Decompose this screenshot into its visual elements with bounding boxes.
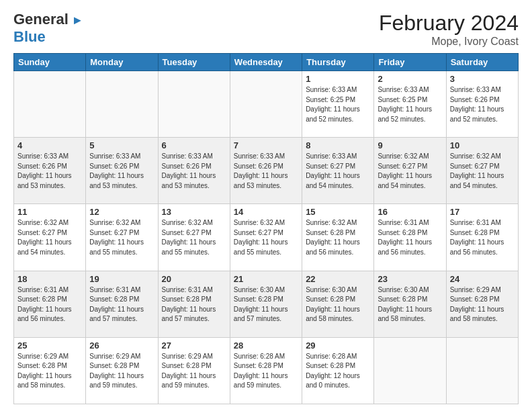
- header: General ► Blue February 2024 Mope, Ivory…: [13, 11, 519, 48]
- day-info: Sunrise: 6:29 AM Sunset: 6:28 PM Dayligh…: [89, 352, 154, 391]
- calendar-week-row: 4Sunrise: 6:33 AM Sunset: 6:26 PM Daylig…: [14, 138, 519, 204]
- table-row: 7Sunrise: 6:33 AM Sunset: 6:26 PM Daylig…: [230, 138, 302, 204]
- day-number: 23: [378, 274, 442, 284]
- day-info: Sunrise: 6:32 AM Sunset: 6:27 PM Dayligh…: [378, 152, 442, 191]
- table-row: 18Sunrise: 6:31 AM Sunset: 6:28 PM Dayli…: [14, 271, 86, 337]
- calendar-week-row: 11Sunrise: 6:32 AM Sunset: 6:27 PM Dayli…: [14, 204, 519, 271]
- table-row: [158, 71, 230, 138]
- logo-general: General: [13, 11, 69, 28]
- logo-bird-icon: ►: [71, 13, 83, 27]
- table-row: [446, 337, 518, 404]
- calendar-week-row: 1Sunrise: 6:33 AM Sunset: 6:25 PM Daylig…: [14, 71, 519, 138]
- day-info: Sunrise: 6:33 AM Sunset: 6:26 PM Dayligh…: [450, 85, 515, 124]
- calendar-table: Sunday Monday Tuesday Wednesday Thursday…: [13, 53, 519, 404]
- table-row: 20Sunrise: 6:31 AM Sunset: 6:28 PM Dayli…: [158, 271, 230, 337]
- table-row: 26Sunrise: 6:29 AM Sunset: 6:28 PM Dayli…: [86, 337, 158, 404]
- calendar-week-row: 25Sunrise: 6:29 AM Sunset: 6:28 PM Dayli…: [14, 337, 519, 404]
- day-info: Sunrise: 6:32 AM Sunset: 6:27 PM Dayligh…: [17, 218, 82, 257]
- day-number: 17: [450, 207, 515, 217]
- day-info: Sunrise: 6:30 AM Sunset: 6:28 PM Dayligh…: [234, 285, 298, 324]
- calendar-header-row: Sunday Monday Tuesday Wednesday Thursday…: [14, 54, 519, 71]
- title-section: February 2024 Mope, Ivory Coast: [379, 11, 519, 48]
- table-row: 24Sunrise: 6:29 AM Sunset: 6:28 PM Dayli…: [446, 271, 518, 337]
- day-number: 26: [89, 340, 154, 351]
- table-row: 27Sunrise: 6:29 AM Sunset: 6:28 PM Dayli…: [158, 337, 230, 404]
- table-row: 14Sunrise: 6:32 AM Sunset: 6:27 PM Dayli…: [230, 204, 302, 271]
- day-info: Sunrise: 6:28 AM Sunset: 6:28 PM Dayligh…: [306, 352, 370, 391]
- day-number: 27: [162, 340, 226, 351]
- table-row: [374, 337, 446, 404]
- day-info: Sunrise: 6:28 AM Sunset: 6:28 PM Dayligh…: [234, 352, 298, 391]
- day-number: 20: [162, 274, 226, 284]
- day-number: 7: [234, 140, 298, 150]
- day-info: Sunrise: 6:29 AM Sunset: 6:28 PM Dayligh…: [162, 352, 226, 391]
- table-row: 16Sunrise: 6:31 AM Sunset: 6:28 PM Dayli…: [374, 204, 446, 271]
- table-row: 10Sunrise: 6:32 AM Sunset: 6:27 PM Dayli…: [446, 138, 518, 204]
- day-info: Sunrise: 6:31 AM Sunset: 6:28 PM Dayligh…: [162, 285, 226, 324]
- day-number: 24: [450, 274, 515, 284]
- day-info: Sunrise: 6:32 AM Sunset: 6:27 PM Dayligh…: [450, 152, 515, 191]
- header-tuesday: Tuesday: [158, 54, 230, 71]
- table-row: 2Sunrise: 6:33 AM Sunset: 6:25 PM Daylig…: [374, 71, 446, 138]
- day-info: Sunrise: 6:31 AM Sunset: 6:28 PM Dayligh…: [450, 218, 515, 257]
- day-info: Sunrise: 6:31 AM Sunset: 6:28 PM Dayligh…: [17, 285, 82, 324]
- logo-blue: Blue: [13, 28, 46, 45]
- table-row: 11Sunrise: 6:32 AM Sunset: 6:27 PM Dayli…: [14, 204, 86, 271]
- day-number: 15: [306, 207, 370, 217]
- header-wednesday: Wednesday: [230, 54, 302, 71]
- day-info: Sunrise: 6:33 AM Sunset: 6:26 PM Dayligh…: [162, 152, 226, 191]
- table-row: 25Sunrise: 6:29 AM Sunset: 6:28 PM Dayli…: [14, 337, 86, 404]
- table-row: 8Sunrise: 6:33 AM Sunset: 6:27 PM Daylig…: [302, 138, 374, 204]
- day-info: Sunrise: 6:29 AM Sunset: 6:28 PM Dayligh…: [450, 285, 515, 324]
- table-row: 9Sunrise: 6:32 AM Sunset: 6:27 PM Daylig…: [374, 138, 446, 204]
- day-number: 8: [306, 140, 370, 150]
- table-row: 3Sunrise: 6:33 AM Sunset: 6:26 PM Daylig…: [446, 71, 518, 138]
- day-number: 4: [17, 140, 82, 150]
- header-friday: Friday: [374, 54, 446, 71]
- table-row: 28Sunrise: 6:28 AM Sunset: 6:28 PM Dayli…: [230, 337, 302, 404]
- day-number: 28: [234, 340, 298, 351]
- day-number: 22: [306, 274, 370, 284]
- table-row: [230, 71, 302, 138]
- day-info: Sunrise: 6:32 AM Sunset: 6:27 PM Dayligh…: [234, 218, 298, 257]
- day-number: 25: [17, 340, 82, 351]
- table-row: 19Sunrise: 6:31 AM Sunset: 6:28 PM Dayli…: [86, 271, 158, 337]
- day-number: 3: [450, 74, 515, 84]
- day-number: 5: [89, 140, 154, 150]
- table-row: 4Sunrise: 6:33 AM Sunset: 6:26 PM Daylig…: [14, 138, 86, 204]
- day-info: Sunrise: 6:33 AM Sunset: 6:27 PM Dayligh…: [306, 152, 370, 191]
- day-info: Sunrise: 6:31 AM Sunset: 6:28 PM Dayligh…: [89, 285, 154, 324]
- day-number: 1: [306, 74, 370, 84]
- day-info: Sunrise: 6:33 AM Sunset: 6:26 PM Dayligh…: [17, 152, 82, 191]
- day-number: 16: [378, 207, 442, 217]
- day-number: 9: [378, 140, 442, 150]
- day-number: 11: [17, 207, 82, 217]
- header-monday: Monday: [86, 54, 158, 71]
- day-number: 19: [89, 274, 154, 284]
- day-number: 6: [162, 140, 226, 150]
- table-row: 29Sunrise: 6:28 AM Sunset: 6:28 PM Dayli…: [302, 337, 374, 404]
- day-info: Sunrise: 6:33 AM Sunset: 6:26 PM Dayligh…: [89, 152, 154, 191]
- day-info: Sunrise: 6:33 AM Sunset: 6:25 PM Dayligh…: [306, 85, 370, 124]
- day-info: Sunrise: 6:32 AM Sunset: 6:27 PM Dayligh…: [162, 218, 226, 257]
- day-info: Sunrise: 6:30 AM Sunset: 6:28 PM Dayligh…: [378, 285, 442, 324]
- table-row: 1Sunrise: 6:33 AM Sunset: 6:25 PM Daylig…: [302, 71, 374, 138]
- day-info: Sunrise: 6:33 AM Sunset: 6:25 PM Dayligh…: [378, 85, 442, 124]
- day-number: 2: [378, 74, 442, 84]
- table-row: 21Sunrise: 6:30 AM Sunset: 6:28 PM Dayli…: [230, 271, 302, 337]
- header-thursday: Thursday: [302, 54, 374, 71]
- table-row: [86, 71, 158, 138]
- table-row: 5Sunrise: 6:33 AM Sunset: 6:26 PM Daylig…: [86, 138, 158, 204]
- day-number: 14: [234, 207, 298, 217]
- table-row: 23Sunrise: 6:30 AM Sunset: 6:28 PM Dayli…: [374, 271, 446, 337]
- day-info: Sunrise: 6:29 AM Sunset: 6:28 PM Dayligh…: [17, 352, 82, 391]
- day-number: 10: [450, 140, 515, 150]
- day-info: Sunrise: 6:32 AM Sunset: 6:27 PM Dayligh…: [89, 218, 154, 257]
- day-info: Sunrise: 6:31 AM Sunset: 6:28 PM Dayligh…: [378, 218, 442, 257]
- table-row: 13Sunrise: 6:32 AM Sunset: 6:27 PM Dayli…: [158, 204, 230, 271]
- calendar-week-row: 18Sunrise: 6:31 AM Sunset: 6:28 PM Dayli…: [14, 271, 519, 337]
- table-row: 12Sunrise: 6:32 AM Sunset: 6:27 PM Dayli…: [86, 204, 158, 271]
- header-saturday: Saturday: [446, 54, 518, 71]
- day-info: Sunrise: 6:33 AM Sunset: 6:26 PM Dayligh…: [234, 152, 298, 191]
- table-row: 17Sunrise: 6:31 AM Sunset: 6:28 PM Dayli…: [446, 204, 518, 271]
